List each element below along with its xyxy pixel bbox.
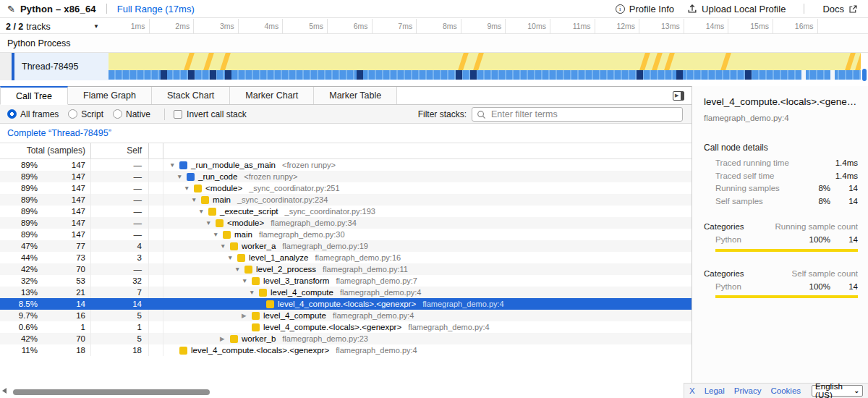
- footer-link-cookies[interactable]: Cookies: [771, 386, 801, 395]
- table-row[interactable]: 89%147—▼main_sync_coordinator.py:234: [0, 194, 692, 206]
- tracks-dropdown[interactable]: 2 / 2 tracks ▼: [0, 19, 105, 34]
- row-total-samples: 147: [38, 194, 91, 206]
- frame-name: <module>: [205, 184, 242, 192]
- frame-category-swatch: [230, 335, 238, 343]
- table-row[interactable]: 32%5332▼level_3_transformflamegraph_demo…: [0, 275, 692, 287]
- table-row[interactable]: 89%147—▼<module>flamegraph_demo.py:34: [0, 217, 692, 229]
- activity-spike: [220, 53, 231, 70]
- tab-flame-graph[interactable]: Flame Graph: [68, 87, 152, 104]
- divider: [804, 4, 804, 14]
- tab-call-tree[interactable]: Call Tree: [0, 86, 68, 105]
- thread-track-label[interactable]: Thread-78495: [0, 53, 109, 80]
- detail-label: Traced self time: [715, 172, 800, 180]
- collapse-triangle-icon[interactable]: ▼: [205, 219, 216, 226]
- invert-call-stack-checkbox[interactable]: Invert call stack: [174, 109, 247, 119]
- breadcrumb-root-link[interactable]: Complete “Thread-78495”: [7, 128, 111, 138]
- frame-category-swatch: [194, 185, 202, 192]
- collapse-triangle-icon[interactable]: ▼: [242, 277, 252, 284]
- row-total-percent: 11%: [0, 346, 38, 355]
- table-row[interactable]: 89%147—▼mainflamegraph_demo.py:30: [0, 229, 692, 240]
- row-total-samples: 147: [38, 229, 91, 240]
- frame-name: level_1_analyze: [249, 253, 308, 262]
- sidebar-toggle-icon[interactable]: ▶: [673, 91, 684, 101]
- sidebar-detail-row: Self samples8%14: [704, 198, 858, 206]
- row-total-percent: 89%: [0, 195, 38, 204]
- footer-link-legal[interactable]: Legal: [705, 386, 725, 395]
- collapse-triangle-icon[interactable]: ▼: [227, 254, 237, 261]
- table-row[interactable]: 11%1818level_4_compute.<locals>.<genexpr…: [0, 344, 692, 356]
- category-label: Python: [715, 283, 800, 291]
- edit-pencil-icon[interactable]: ✎: [7, 4, 15, 14]
- external-link-icon: [848, 4, 858, 14]
- table-row[interactable]: 89%147—▼_execute_script_sync_coordinator…: [0, 206, 692, 217]
- collapse-triangle-icon[interactable]: ▼: [198, 208, 208, 215]
- table-row[interactable]: 13%217▼level_4_computeflamegraph_demo.py…: [0, 287, 692, 298]
- category-value: 14: [830, 236, 858, 244]
- process-track-header[interactable]: Python Process: [0, 34, 868, 53]
- sample-segment: [745, 70, 752, 80]
- frame-file: flamegraph_demo.py:7: [336, 276, 417, 285]
- table-row[interactable]: 47%774▼worker_aflamegraph_demo.py:19: [0, 240, 692, 252]
- collapse-triangle-icon[interactable]: ▼: [169, 161, 179, 169]
- frame-file: flamegraph_demo.py:4: [422, 300, 504, 308]
- collapse-triangle-icon[interactable]: ▼: [176, 173, 187, 180]
- activity-spike: [720, 53, 731, 70]
- timeline-vertical-scrollbar[interactable]: [862, 69, 867, 81]
- full-range-link[interactable]: Full Range (17ms): [117, 4, 195, 14]
- collapse-triangle-icon[interactable]: ▼: [249, 289, 259, 296]
- radio-script[interactable]: Script: [68, 109, 103, 119]
- collapse-triangle-icon[interactable]: ▼: [213, 231, 223, 238]
- profile-name[interactable]: Python – x86_64: [20, 4, 96, 14]
- radio-label: Native: [126, 109, 150, 119]
- column-header-self[interactable]: Self: [91, 143, 149, 158]
- table-row[interactable]: 8.5%1414level_4_compute.<locals>.<genexp…: [0, 298, 692, 310]
- language-select[interactable]: English (US) ⌄: [812, 385, 863, 397]
- footer-link-x[interactable]: X: [689, 386, 695, 395]
- frame-category-swatch: [216, 219, 224, 227]
- collapse-triangle-icon[interactable]: ▼: [184, 185, 194, 192]
- scroll-left-arrow-icon[interactable]: [2, 388, 7, 394]
- sidebar-detail-row: Traced self time1.4ms: [704, 172, 858, 180]
- table-row[interactable]: 42%705▶worker_bflamegraph_demo.py:23: [0, 333, 692, 344]
- frame-file: flamegraph_demo.py:4: [336, 346, 417, 355]
- upload-profile-button[interactable]: Upload Local Profile: [687, 4, 786, 14]
- radio-native[interactable]: Native: [113, 109, 150, 119]
- tab-marker-chart[interactable]: Marker Chart: [230, 87, 314, 104]
- table-row[interactable]: 44%733▼level_1_analyzeflamegraph_demo.py…: [0, 252, 692, 263]
- table-row[interactable]: 89%147—▼_run_module_as_main<frozen runpy…: [0, 159, 692, 171]
- table-row[interactable]: 9.7%165▶level_4_computeflamegraph_demo.p…: [0, 310, 692, 321]
- tab-stack-chart[interactable]: Stack Chart: [152, 87, 230, 104]
- docs-link[interactable]: Docs: [822, 4, 858, 14]
- frame-name: main: [234, 230, 252, 239]
- table-row[interactable]: 0.6%11level_4_compute.<locals>.<genexpr>…: [0, 321, 692, 333]
- collapse-triangle-icon[interactable]: ▼: [191, 196, 201, 203]
- expand-triangle-icon[interactable]: ▶: [242, 312, 252, 319]
- collapse-triangle-icon[interactable]: ▼: [220, 242, 230, 250]
- scrollbar-thumb[interactable]: [13, 389, 210, 395]
- radio-all-frames[interactable]: All frames: [7, 109, 59, 119]
- divider: [164, 109, 165, 120]
- table-row[interactable]: 42%70—▼level_2_processflamegraph_demo.py…: [0, 263, 692, 275]
- expand-triangle-icon[interactable]: ▶: [220, 335, 230, 342]
- thread-track[interactable]: Thread-78495: [0, 53, 868, 80]
- tab-marker-table[interactable]: Marker Table: [314, 87, 397, 104]
- footer-link-privacy[interactable]: Privacy: [734, 386, 762, 395]
- ruler-tick: 14ms: [684, 19, 729, 34]
- thread-track-graph[interactable]: [109, 53, 861, 80]
- frame-name: level_3_transform: [263, 276, 329, 285]
- row-total-samples: 14: [38, 298, 91, 310]
- row-category-cell: [149, 275, 163, 287]
- row-total-samples: 147: [38, 171, 91, 182]
- row-category-cell: [149, 182, 163, 194]
- row-frame: ▶level_4_computeflamegraph_demo.py:4: [163, 310, 692, 321]
- category-row: Python100%14: [704, 283, 858, 291]
- column-header-total[interactable]: Total (samples): [0, 143, 91, 158]
- table-row[interactable]: 89%147—▼_run_code<frozen runpy>: [0, 171, 692, 182]
- profile-info-button[interactable]: i Profile Info: [616, 4, 674, 14]
- filter-stacks-input[interactable]: [472, 107, 683, 122]
- row-frame: ▼level_4_computeflamegraph_demo.py:4: [163, 287, 692, 298]
- activity-graph: [109, 53, 861, 70]
- collapse-triangle-icon[interactable]: ▼: [234, 266, 244, 273]
- table-row[interactable]: 89%147—▼<module>_sync_coordinator.py:251: [0, 182, 692, 194]
- frame-file: flamegraph_demo.py:4: [408, 323, 490, 331]
